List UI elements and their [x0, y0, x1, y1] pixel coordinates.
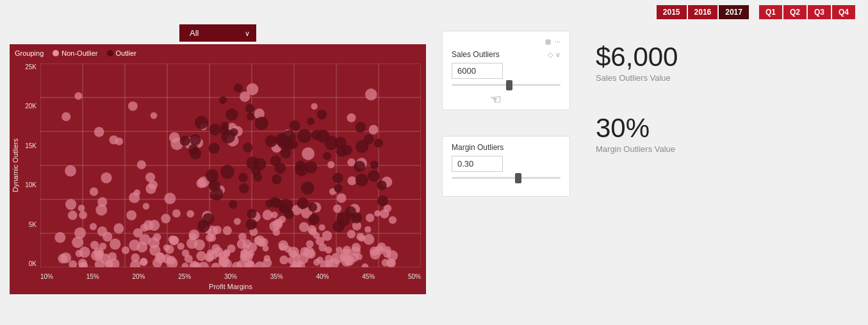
sales-stat-item: $6,000 Sales Outliers Value	[596, 44, 678, 83]
right-panel: ⊞ ··· Sales Outliers ◇ ∨ 6000 ☜	[442, 24, 862, 319]
sales-card-title: Sales Outliers	[452, 50, 500, 59]
sales-slider-thumb[interactable]	[506, 80, 512, 90]
sales-stat-label: Sales Outliers Value	[596, 73, 678, 83]
sales-value-box[interactable]: 6000	[452, 63, 503, 79]
outlier-legend: Outlier	[107, 49, 136, 57]
ellipsis-icon[interactable]: ···	[555, 38, 561, 46]
non-outlier-dot	[53, 50, 59, 56]
stats-panel: $6,000 Sales Outliers Value 30% Margin O…	[596, 31, 678, 154]
grid-icon[interactable]: ⊞	[545, 38, 551, 46]
x-tick-20: 20%	[132, 273, 145, 280]
margin-stat-label: Margin Outliers Value	[596, 144, 678, 154]
chart-legend: Grouping Non-Outlier Outlier	[15, 49, 136, 57]
y-axis-label: Dynamic Outliers	[12, 138, 19, 192]
sales-card-arrows: ◇ ∨	[548, 51, 561, 59]
top-bar: 2015 2016 2017 Q1 Q2 Q3 Q4	[0, 0, 868, 24]
sales-card-title-row: Sales Outliers ◇ ∨	[452, 50, 561, 59]
non-outlier-legend: Non-Outlier	[53, 49, 97, 57]
outlier-label: Outlier	[116, 49, 136, 57]
x-tick-30: 30%	[224, 273, 237, 280]
year-buttons: 2015 2016 2017	[657, 5, 749, 19]
margin-outlier-card: Margin Outliers 0.30	[442, 136, 570, 197]
dropdown-container: All ∨	[179, 24, 256, 42]
chart-plot-area	[40, 63, 421, 267]
q2-button[interactable]: Q2	[783, 5, 807, 19]
x-tick-40: 40%	[316, 273, 329, 280]
x-tick-25: 25%	[178, 273, 191, 280]
year-2015-button[interactable]: 2015	[657, 5, 687, 19]
cursor-hand-icon: ☜	[490, 92, 502, 107]
card-top-bar-sales: ⊞ ···	[452, 38, 561, 46]
margin-slider-track	[452, 177, 561, 179]
chart-section: All ∨ Grouping Non-Outlier Outlier 25K	[6, 24, 429, 319]
margin-card-title-row: Margin Outliers	[452, 143, 561, 152]
scatter-chart: Grouping Non-Outlier Outlier 25K 20K 15K…	[10, 44, 426, 294]
x-tick-15: 15%	[86, 273, 99, 280]
year-2017-button[interactable]: 2017	[719, 5, 749, 19]
x-tick-10: 10%	[40, 273, 53, 280]
sales-outlier-card: ⊞ ··· Sales Outliers ◇ ∨ 6000 ☜	[442, 31, 570, 110]
outlier-dot	[107, 50, 113, 56]
margin-slider-thumb[interactable]	[515, 173, 521, 183]
non-outlier-label: Non-Outlier	[61, 49, 97, 57]
x-tick-45: 45%	[362, 273, 375, 280]
margin-value-box[interactable]: 0.30	[452, 156, 503, 172]
year-2016-button[interactable]: 2016	[688, 5, 718, 19]
chevron-down-icon[interactable]: ∨	[555, 51, 561, 59]
scatter-canvas	[40, 63, 421, 267]
margin-card-title: Margin Outliers	[452, 143, 504, 152]
x-tick-35: 35%	[270, 273, 283, 280]
sales-slider-track	[452, 84, 561, 86]
main-content: All ∨ Grouping Non-Outlier Outlier 25K	[0, 24, 868, 325]
dropdown-wrapper: All ∨	[179, 24, 256, 42]
margin-stat-item: 30% Margin Outliers Value	[596, 115, 678, 154]
diamond-icon[interactable]: ◇	[548, 51, 553, 59]
q3-button[interactable]: Q3	[808, 5, 831, 19]
grouping-label: Grouping	[15, 49, 44, 57]
quarter-buttons: Q1 Q2 Q3 Q4	[759, 5, 855, 19]
q1-button[interactable]: Q1	[759, 5, 782, 19]
x-axis: 10% 15% 20% 25% 30% 35% 40% 45% 50%	[40, 273, 421, 280]
x-tick-50: 50%	[408, 273, 421, 280]
all-dropdown[interactable]: All	[179, 24, 256, 42]
controls-panel: ⊞ ··· Sales Outliers ◇ ∨ 6000 ☜	[442, 31, 570, 197]
q4-button[interactable]: Q4	[832, 5, 855, 19]
margin-stat-value: 30%	[596, 115, 678, 142]
x-axis-label: Profit Margins	[209, 283, 252, 290]
sales-stat-value: $6,000	[596, 44, 678, 71]
